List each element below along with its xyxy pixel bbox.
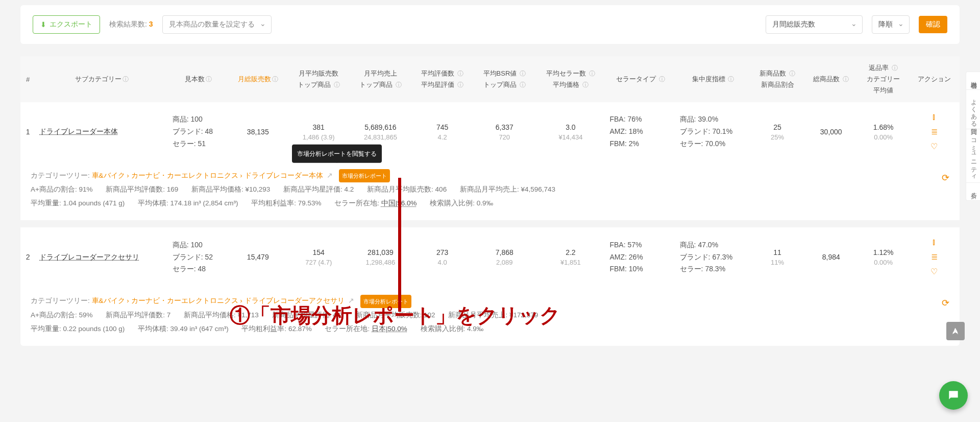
col-avg-bsr[interactable]: 平均BSR値 ⓘ トップ商品 ⓘ	[473, 56, 535, 102]
cell-avg-monthly-revenue: 281,0391,298,486	[350, 227, 411, 287]
cell-actions: ⫿ ≣ ♡	[909, 102, 960, 161]
col-return-rate[interactable]: 返品率 ⓘ カテゴリー 平均値	[858, 56, 909, 102]
col-new-products[interactable]: 新商品数 ⓘ 新商品割合	[750, 56, 804, 102]
col-seller-type[interactable]: セラータイプ ⓘ	[605, 56, 675, 102]
chart-icon[interactable]: ⫿	[932, 238, 936, 247]
cell-actions: ⫿ ≣ ♡	[909, 227, 960, 287]
col-avg-monthly-revenue[interactable]: 月平均売上 トップ商品 ⓘ	[350, 56, 411, 102]
cell-monthly-sales: 38,135	[228, 102, 288, 161]
cell-index: 1	[20, 102, 35, 161]
sample-quantity-select[interactable]: 見本商品の数量を設定する	[162, 15, 272, 34]
cell-concentration: 商品: 39.0% ブランド: 70.1% セラー: 70.0%	[676, 102, 751, 161]
cell-subcategory[interactable]: ドライブレコーダーアクセサリ	[35, 227, 168, 287]
table-header-row: # サブカテゴリーⓘ 見本数ⓘ 月総販売数ⓘ 月平均販売数 トップ商品 ⓘ 月平…	[20, 56, 960, 102]
side-rail-beginner[interactable]: 初心者向け	[966, 72, 980, 90]
cell-avg-sellers: 2.2¥1,851	[535, 227, 605, 287]
sort-field-select[interactable]: 月間総販売数	[766, 15, 863, 34]
cell-new-products: 1111%	[750, 227, 804, 287]
col-action: アクション	[909, 56, 960, 102]
export-label: エクスポート	[50, 20, 92, 29]
col-index: #	[20, 56, 35, 102]
external-link-icon[interactable]: ↗	[348, 297, 354, 304]
download-icon: ⬇	[40, 20, 46, 29]
confirm-button[interactable]: 確認	[919, 16, 947, 33]
category-tree-link[interactable]: 車&バイク › カーナビ・カーエレクトロニクス › ドライブレコーダーアクセサリ	[92, 297, 345, 304]
cell-monthly-sales: 15,479	[228, 227, 288, 287]
cell-sample: 商品: 100 ブランド: 48 セラー: 51	[168, 102, 228, 161]
table-meta-row: ⟳ カテゴリーツリー: 車&バイク › カーナビ・カーエレクトロニクス › ドラ…	[20, 287, 960, 345]
results-label: 検索結果数: 3	[109, 20, 153, 29]
external-link-icon[interactable]: ↗	[327, 172, 333, 179]
scroll-top-button[interactable]: ⮝	[946, 322, 965, 340]
col-avg-monthly-sales[interactable]: 月平均販売数 トップ商品 ⓘ	[288, 56, 350, 102]
cell-seller-type: FBA: 57% AMZ: 26% FBM: 10%	[605, 227, 675, 287]
heart-icon[interactable]: ♡	[930, 142, 938, 151]
table-row: 2 ドライブレコーダーアクセサリ 商品: 100 ブランド: 52 セラー: 4…	[20, 227, 960, 287]
cell-new-products: 2525%	[750, 102, 804, 161]
cell-total-products: 30,000	[804, 102, 858, 161]
cell-seller-type: FBA: 76% AMZ: 18% FBM: 2%	[605, 102, 675, 161]
refresh-icon[interactable]: ⟳	[942, 169, 949, 187]
cell-index: 2	[20, 227, 35, 287]
cell-avg-monthly-sales: 154727 (4.7)	[288, 227, 350, 287]
sort-order-select[interactable]: 降順	[872, 15, 910, 34]
side-rail-faq[interactable]: よくある質問	[966, 90, 980, 129]
list-icon[interactable]: ≣	[931, 127, 938, 136]
side-rail-fold[interactable]: 折る	[966, 183, 980, 200]
heart-icon[interactable]: ♡	[930, 267, 938, 276]
refresh-icon[interactable]: ⟳	[942, 294, 949, 312]
cell-sample: 商品: 100 ブランド: 52 セラー: 48	[168, 227, 228, 287]
col-avg-sellers[interactable]: 平均セラー数 ⓘ 平均価格 ⓘ	[535, 56, 605, 102]
market-report-badge[interactable]: 市場分析レポート	[360, 295, 411, 308]
cell-avg-bsr: 6,337720	[473, 102, 535, 161]
col-subcategory[interactable]: サブカテゴリーⓘ	[35, 56, 168, 102]
cell-avg-sellers: 3.0¥14,434	[535, 102, 605, 161]
seller-location-link[interactable]: 中国|56.0%	[381, 199, 417, 207]
table-row: 1 ドライブレコーダー本体 商品: 100 ブランド: 48 セラー: 51 3…	[20, 102, 960, 161]
export-button[interactable]: ⬇ エクスポート	[33, 15, 100, 34]
cell-return-rate: 1.12%0.00%	[858, 227, 909, 287]
chart-icon[interactable]: ⫿	[932, 112, 936, 122]
col-avg-reviews[interactable]: 平均評価数 ⓘ 平均星評価 ⓘ	[411, 56, 473, 102]
side-rail: 初心者向け よくある質問 コミュニティ 折る	[966, 72, 980, 201]
cell-subcategory[interactable]: ドライブレコーダー本体	[35, 102, 168, 161]
cell-avg-reviews: 2734.0	[411, 227, 473, 287]
list-icon[interactable]: ≣	[931, 252, 938, 262]
cell-avg-bsr: 7,8682,089	[473, 227, 535, 287]
col-concentration[interactable]: 集中度指標 ⓘ	[676, 56, 751, 102]
cell-return-rate: 1.68%0.00%	[858, 102, 909, 161]
cell-avg-reviews: 7454.2	[411, 102, 473, 161]
table-meta-row: ⟳ カテゴリーツリー: 車&バイク › カーナビ・カーエレクトロニクス › ドラ…	[20, 161, 960, 220]
cell-total-products: 8,984	[804, 227, 858, 287]
col-total-products[interactable]: 総商品数 ⓘ	[804, 56, 858, 102]
results-table: # サブカテゴリーⓘ 見本数ⓘ 月総販売数ⓘ 月平均販売数 トップ商品 ⓘ 月平…	[20, 56, 960, 346]
side-rail-community[interactable]: コミュニティ	[966, 129, 980, 183]
seller-location-link[interactable]: 日本|50.0%	[372, 325, 407, 333]
col-monthly-sales[interactable]: 月総販売数ⓘ	[228, 56, 288, 102]
market-report-tooltip: 市場分析レポートを閲覧する	[292, 145, 382, 163]
market-report-badge[interactable]: 市場分析レポート	[339, 169, 390, 182]
category-tree-link[interactable]: 車&バイク › カーナビ・カーエレクトロニクス › ドライブレコーダー本体	[92, 172, 323, 179]
col-sample[interactable]: 見本数ⓘ	[168, 56, 228, 102]
cell-concentration: 商品: 47.0% ブランド: 67.3% セラー: 78.3%	[676, 227, 751, 287]
